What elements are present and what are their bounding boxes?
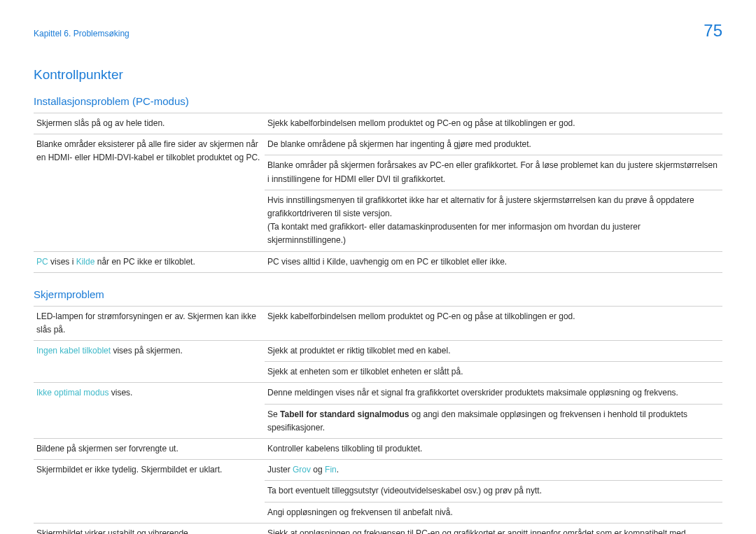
solution-cell: Blanke områder på skjermen forårsakes av… — [265, 155, 722, 190]
problem-cell: LED-lampen for strømforsyningen er av. S… — [34, 306, 265, 340]
page-number: 75 — [704, 21, 722, 41]
tables-container: Installasjonsproblem (PC-modus)Skjermen … — [34, 95, 722, 534]
solution-cell: Sjekk kabelforbindelsen mellom produktet… — [265, 113, 722, 134]
page: Kapittel 6. Problemsøking 75 Kontrollpun… — [0, 0, 756, 534]
solution-cell: Denne meldingen vises når et signal fra … — [265, 383, 722, 404]
table-row: Blanke områder eksisterer på alle fire s… — [34, 134, 722, 155]
table-row: Skjermen slås på og av hele tiden.Sjekk … — [34, 113, 722, 134]
table-row: Bildene på skjermen ser forvrengte ut.Ko… — [34, 439, 722, 460]
table-heading: Skjermproblem — [34, 288, 722, 300]
solution-cell: Ta bort eventuelt tilleggsutstyr (videou… — [265, 481, 722, 502]
problem-table: Skjermen slås på og av hele tiden.Sjekk … — [34, 113, 722, 273]
solution-cell: Sjekk at oppløsningen og frekvensen til … — [265, 523, 722, 534]
solution-cell: De blanke områdene på skjermen har ingen… — [265, 134, 722, 155]
solution-cell: Sjekk at produktet er riktig tilkoblet m… — [265, 341, 722, 362]
problem-cell: Skjermbildet virker ustabilt og vibreren… — [34, 523, 265, 534]
page-header: Kapittel 6. Problemsøking 75 — [34, 21, 722, 41]
table-row: Ikke optimal modus vises.Denne meldingen… — [34, 383, 722, 404]
problem-cell: Ingen kabel tilkoblet vises på skjermen. — [34, 341, 265, 383]
solution-cell: Sjekk at enheten som er tilkoblet enhete… — [265, 362, 722, 383]
problem-cell: Bildene på skjermen ser forvrengte ut. — [34, 439, 265, 460]
table-row: LED-lampen for strømforsyningen er av. S… — [34, 306, 722, 340]
table-heading: Installasjonsproblem (PC-modus) — [34, 95, 722, 107]
solution-cell: PC vises alltid i Kilde, uavhengig om en… — [265, 251, 722, 272]
problem-cell: Skjermbildet er ikke tydelig. Skjermbild… — [34, 460, 265, 524]
table-row: Skjermbildet virker ustabilt og vibreren… — [34, 523, 722, 534]
problem-cell: Skjermen slås på og av hele tiden. — [34, 113, 265, 134]
table-row: Ingen kabel tilkoblet vises på skjermen.… — [34, 341, 722, 362]
problem-cell: Blanke områder eksisterer på alle fire s… — [34, 134, 265, 251]
solution-cell: Angi oppløsningen og frekvensen til anbe… — [265, 502, 722, 523]
section-title: Kontrollpunkter — [34, 67, 722, 83]
chapter-label: Kapittel 6. Problemsøking — [34, 29, 130, 38]
table-row: Skjermbildet er ikke tydelig. Skjermbild… — [34, 460, 722, 481]
solution-cell: Se Tabell for standard signalmodus og an… — [265, 404, 722, 438]
problem-cell: Ikke optimal modus vises. — [34, 383, 265, 439]
solution-cell: Juster Grov og Fin. — [265, 460, 722, 481]
solution-cell: Sjekk kabelforbindelsen mellom produktet… — [265, 306, 722, 340]
solution-cell: Kontroller kabelens tilkobling til produ… — [265, 439, 722, 460]
solution-cell: Hvis innstillingsmenyen til grafikkortet… — [265, 190, 722, 251]
problem-table: LED-lampen for strømforsyningen er av. S… — [34, 306, 722, 534]
problem-cell: PC vises i Kilde når en PC ikke er tilko… — [34, 251, 265, 272]
table-row: PC vises i Kilde når en PC ikke er tilko… — [34, 251, 722, 272]
